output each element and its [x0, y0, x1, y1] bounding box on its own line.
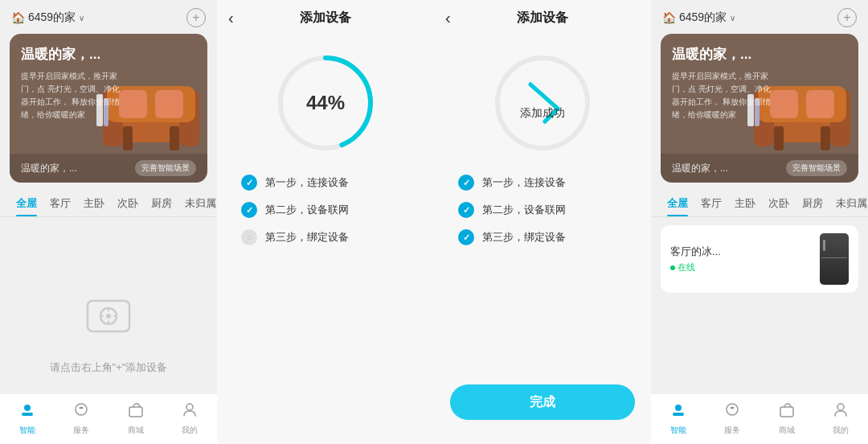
status-dot-4 [670, 265, 675, 270]
svg-point-17 [24, 405, 31, 411]
complete-button-3[interactable]: 完成 [450, 384, 635, 420]
svg-rect-18 [22, 413, 33, 416]
tab-unassigned-4[interactable]: 未归属 [829, 191, 868, 216]
nav-smart-4[interactable]: 智能 [669, 401, 687, 436]
profile-icon-4 [832, 401, 850, 422]
hero-scene-btn-1[interactable]: 完善智能场景 [135, 160, 196, 176]
nav-smart-label-1: 智能 [19, 425, 35, 436]
nav-smart-1[interactable]: 智能 [18, 401, 36, 436]
step-icon-1-2: ✓ [241, 175, 257, 191]
svg-rect-31 [806, 90, 834, 118]
shop-icon-1 [127, 401, 145, 422]
device-card-4[interactable]: 客厅的冰... 在线 [661, 225, 858, 293]
hero-title-4: 温暖的家，... [672, 45, 776, 64]
smart-icon-1 [18, 401, 36, 422]
service-icon-4 [723, 401, 741, 422]
back-button-3[interactable]: ‹ [445, 9, 451, 27]
tab-second-4[interactable]: 次卧 [762, 191, 796, 216]
step-check-1-2: ✓ [246, 178, 253, 188]
nav-service-label-1: 服务 [73, 425, 89, 436]
tab-living-1[interactable]: 客厅 [43, 191, 77, 216]
step-icon-1-3: ✓ [458, 175, 474, 191]
hero-text-block-1: 温暖的家，... 提早开启回家模式，推开家门，点 亮灯光，空调、净化器开始工作，… [21, 45, 125, 121]
chevron-down-icon-4[interactable]: ∨ [730, 14, 735, 23]
hero-bottom-bar-4: 温暖的家，... 完善智能场景 [661, 154, 858, 183]
tab-all-4[interactable]: 全屋 [661, 191, 694, 216]
progress-percent-label-2: 44% [306, 92, 345, 114]
device-status-4: 在线 [670, 261, 812, 273]
svg-rect-5 [170, 126, 179, 150]
hero-scene-title-1: 温暖的家，... [21, 162, 77, 175]
svg-point-12 [106, 314, 111, 319]
hero-desc-4: 提早开启回家模式，推开家门，点 亮灯光，空调、净化器开始工作， 释放你全部情绪，… [672, 70, 776, 121]
tab-kitchen-1[interactable]: 厨房 [145, 191, 178, 216]
step-3-2: ○ 第三步，绑定设备 [241, 229, 410, 245]
nav-service-4[interactable]: 服务 [723, 401, 741, 436]
hero-card-4: 温暖的家，... 提早开启回家模式，推开家门，点 亮灯光，空调、净化器开始工作，… [661, 34, 858, 183]
profile-icon-1 [181, 401, 199, 422]
home-title-row-1: 🏠 6459的家 ∨ [11, 10, 84, 25]
svg-rect-19 [129, 407, 142, 417]
nav-smart-label-4: 智能 [670, 425, 686, 436]
svg-point-34 [675, 405, 682, 411]
step-check-2-2: ✓ [246, 205, 253, 216]
nav-shop-4[interactable]: 商城 [778, 401, 796, 436]
nav-profile-label-4: 我的 [833, 425, 849, 436]
back-button-2[interactable]: ‹ [228, 9, 234, 27]
nav-shop-1[interactable]: 商城 [127, 401, 145, 436]
svg-point-23 [497, 58, 588, 148]
hero-scene-btn-4[interactable]: 完善智能场景 [786, 160, 847, 176]
add-device-button-1[interactable]: + [186, 8, 206, 27]
service-icon-1 [72, 401, 90, 422]
add-device-header-3: ‹ 添加设备 [434, 0, 651, 35]
step-icon-3-2: ○ [241, 229, 257, 245]
step-text-1-3: 第一步，连接设备 [482, 175, 566, 190]
nav-profile-1[interactable]: 我的 [181, 401, 199, 436]
step-1-3: ✓ 第一步，连接设备 [458, 175, 627, 191]
empty-text-1: 请点击右上角"+"添加设备 [50, 360, 168, 375]
tab-second-1[interactable]: 次卧 [111, 191, 145, 216]
progress-circle-2: 44% [273, 51, 378, 155]
tab-unassigned-1[interactable]: 未归属 [178, 191, 217, 216]
nav-profile-4[interactable]: 我的 [832, 401, 850, 436]
add-device-title-2: 添加设备 [300, 10, 351, 27]
svg-point-37 [837, 404, 844, 410]
step-icon-3-3: ✓ [458, 229, 474, 245]
nav-service-label-4: 服务 [724, 425, 740, 436]
svg-point-20 [186, 404, 193, 410]
device-info-4: 客厅的冰... 在线 [670, 245, 812, 273]
step-icon-2-3: ✓ [458, 202, 474, 218]
smart-icon-4 [669, 401, 687, 422]
bottom-nav-4: 智能 服务 商城 我的 [651, 393, 868, 444]
panel-add-device-success: ‹ 添加设备 添加成功 ✓ 第一步，连接设备 ✓ 第二步，设备联网 [434, 0, 651, 444]
tab-master-4[interactable]: 主卧 [728, 191, 762, 216]
panel-home-1: 🏠 6459的家 ∨ + 温暖的家，... 提早开启回家模式，推开家门，点 亮灯… [0, 0, 217, 444]
home-icon-4: 🏠 [662, 11, 676, 24]
home-icon-1: 🏠 [11, 11, 25, 24]
tab-kitchen-4[interactable]: 厨房 [796, 191, 829, 216]
add-device-title-3: 添加设备 [517, 10, 568, 27]
hero-scene-title-4: 温暖的家，... [672, 162, 728, 175]
svg-rect-28 [774, 126, 784, 150]
hero-text-block-4: 温暖的家，... 提早开启回家模式，推开家门，点 亮灯光，空调、净化器开始工作，… [672, 45, 776, 121]
tab-living-4[interactable]: 客厅 [694, 191, 728, 216]
shop-icon-4 [778, 401, 796, 422]
step-3-3: ✓ 第三步，绑定设备 [458, 229, 627, 245]
progress-section-2: 44% [217, 35, 434, 163]
add-device-button-4[interactable]: + [837, 8, 857, 27]
svg-rect-7 [155, 90, 183, 118]
chevron-down-icon-1[interactable]: ∨ [79, 14, 84, 23]
panel-home-4: 🏠 6459的家 ∨ + 温暖的家，... 提早开启回家模式，推开家门，点 亮灯… [651, 0, 868, 444]
step-check-3-2: ○ [247, 232, 252, 242]
device-status-text-4: 在线 [678, 261, 695, 273]
step-2-2: ✓ 第二步，设备联网 [241, 202, 410, 218]
nav-service-1[interactable]: 服务 [72, 401, 90, 436]
step-text-2-3: 第二步，设备联网 [482, 203, 566, 217]
tab-all-1[interactable]: 全屋 [10, 191, 43, 216]
device-image-4 [820, 233, 849, 285]
svg-rect-36 [780, 407, 793, 417]
hero-bottom-bar-1: 温暖的家，... 完善智能场景 [10, 154, 207, 183]
tab-master-1[interactable]: 主卧 [77, 191, 111, 216]
step-check-3-3: ✓ [463, 232, 470, 243]
hero-title-1: 温暖的家，... [21, 45, 125, 64]
